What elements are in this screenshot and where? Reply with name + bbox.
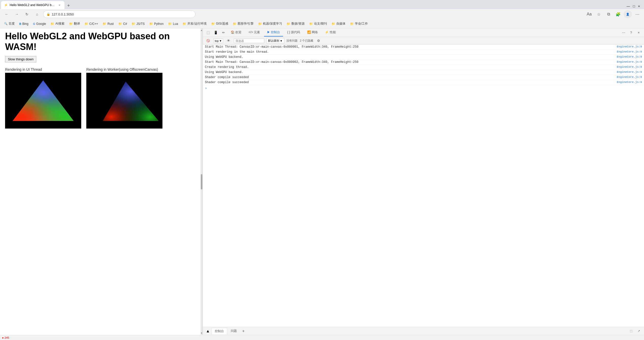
window-close-button[interactable]: × [637, 3, 641, 9]
bookmark-folder-icon: 📁 [51, 22, 54, 26]
canvas-worker-thread [86, 73, 162, 129]
browser-toolbar-right: Aa ☆ ⧉ 🧩 👤 ⋯ [585, 10, 641, 18]
bookmark-google[interactable]: G Google [31, 21, 48, 27]
console-message-0: Start Main Thread: CanvasID:xr-main-canv… [205, 45, 617, 49]
bottom-scroll-up[interactable]: ▲ [205, 328, 211, 334]
devtools-undock-button[interactable]: ↗ [635, 328, 642, 334]
console-source-2[interactable]: EngineCore.js:9 [617, 55, 642, 58]
bookmark-label: Bing [22, 22, 28, 26]
slow-things-down-button[interactable]: Slow things down [5, 56, 36, 62]
bookmark-folder-icon: 📁 [332, 22, 335, 26]
tab-favicon: ⚡ [4, 3, 8, 7]
bookmark-devenv[interactable]: 📁 开发/运行环境 [180, 21, 208, 27]
tab-console-label: 控制台 [271, 30, 280, 34]
devtools-dock-button[interactable]: ⬚ [628, 328, 634, 334]
bookmark-folder-icon: 📁 [233, 22, 237, 26]
tab-close-button[interactable]: × [57, 3, 61, 7]
tab-sources[interactable]: { } 源代码 [284, 29, 303, 37]
console-eye-button[interactable]: 👁 [225, 38, 232, 44]
welcome-icon: 🏠 [231, 30, 235, 34]
bookmark-paper[interactable]: 📁 论文/期刊 [307, 21, 329, 27]
bookmark-label: 论文/期刊 [314, 22, 327, 26]
bookmark-python[interactable]: 📁 Python [147, 21, 166, 27]
console-row-2: Using WebGPU backend. EngineCore.js:9 [203, 55, 644, 60]
devtools-close-button[interactable]: × [635, 29, 642, 36]
bottom-tab-console[interactable]: 控制台 [211, 328, 227, 334]
devtools-help-button[interactable]: ? [628, 29, 634, 36]
reader-view-button[interactable]: Aa [585, 10, 593, 18]
inspect-element-button[interactable]: ⬚ [205, 29, 211, 36]
tab-performance[interactable]: ⚡ 性能 [322, 29, 339, 37]
bookmark-label: Python [154, 22, 163, 26]
bookmark-jsts[interactable]: 📁 JS/TS [129, 21, 147, 27]
edit-mode-button[interactable]: ✏ [220, 29, 227, 36]
bookmark-lua[interactable]: 📁 Lua [166, 21, 180, 27]
bookmark-ml[interactable]: 📁 机器/深度学习 [256, 21, 284, 27]
bookmark-label: 百度 [9, 22, 15, 26]
console-source-4[interactable]: EngineCore.js:9 [617, 65, 642, 68]
bookmark-cpp[interactable]: 📁 C/C++ [82, 21, 100, 27]
canvas-block-ui-thread: Rendering in UI Thread [5, 67, 81, 129]
bottom-tab-issues-label: 问题 [231, 329, 237, 333]
devtools-more-button[interactable]: ⋯ [620, 29, 627, 36]
devtools-top-toolbar: ⬚ 📱 ✏ 🏠 欢迎 </> 元素 ▶ 控制台 { } [203, 28, 644, 37]
minimize-button[interactable]: — [626, 3, 631, 9]
bookmark-folder-icon: 📁 [118, 22, 122, 26]
bookmark-label: GIS/遥感 [216, 22, 228, 26]
bookmark-label: Google [36, 22, 46, 26]
bottom-tab-issues[interactable]: 问题 [228, 328, 240, 334]
context-selector[interactable]: top ▼ [213, 39, 223, 43]
bookmark-graphics[interactable]: 📁 图形学/引擎 [231, 21, 256, 27]
console-settings-button[interactable]: ⚙ [315, 38, 322, 44]
bookmark-gis[interactable]: 📁 GIS/遥感 [209, 21, 230, 27]
tab-elements[interactable]: </> 元素 [245, 29, 263, 37]
bookmark-media[interactable]: 📁 自媒体 [329, 21, 348, 27]
console-source-7[interactable]: EngineCore.js:9 [617, 81, 642, 84]
browser-tab[interactable]: ⚡ Hello WebGL2 and WebGPU ba... × [1, 1, 64, 9]
menu-button[interactable]: ⋯ [633, 10, 641, 18]
console-status-text: 没有问题 2 个已隐藏 [286, 39, 313, 43]
bookmark-label: 图形学/引擎 [238, 22, 254, 26]
star-button[interactable]: ☆ [595, 10, 603, 18]
tab-organizer-button[interactable]: ⧉ [604, 10, 613, 18]
console-clear-button[interactable]: 🚫 [205, 38, 211, 44]
profile-button[interactable]: 👤 [624, 10, 632, 18]
back-button[interactable]: ← [3, 10, 11, 18]
bookmark-data[interactable]: 📁 数据/资源 [285, 21, 306, 27]
bookmark-rust[interactable]: 📁 Rust [101, 21, 116, 27]
elements-icon: </> [249, 30, 253, 34]
console-source-1[interactable]: EngineCore.js:9 [617, 50, 642, 53]
device-mode-button[interactable]: 📱 [212, 29, 219, 36]
bookmark-翻译[interactable]: 📁 翻译 [67, 21, 82, 27]
refresh-button[interactable]: ↻ [23, 10, 31, 18]
maximize-button[interactable]: □ [632, 3, 636, 9]
console-input[interactable] [208, 86, 642, 90]
log-level-selector[interactable]: 默认级别 ▼ [266, 38, 284, 43]
extensions-button[interactable]: 🧩 [614, 10, 622, 18]
bookmark-bing[interactable]: B Bing [17, 21, 30, 27]
console-message-2: Using WebGPU backend. [205, 55, 617, 59]
console-source-3[interactable]: EngineCore.js:9 [617, 60, 642, 63]
tab-sources-label: 源代码 [291, 30, 300, 34]
vertical-scrollbar-divider[interactable]: ▲ ▼ [201, 28, 203, 335]
scroll-thumb[interactable] [201, 174, 202, 189]
console-source-5[interactable]: EngineCore.js:9 [617, 70, 642, 74]
bookmark-icon-google: G [33, 22, 35, 25]
console-filter-input[interactable] [234, 39, 264, 43]
address-bar[interactable]: 🔒 127.0.0.1:3050 [43, 10, 195, 18]
tab-console[interactable]: ▶ 控制台 [264, 29, 283, 37]
tab-welcome[interactable]: 🏠 欢迎 [228, 29, 244, 37]
bookmark-百度[interactable]: 🔍 百度 [2, 21, 17, 27]
bookmark-ai搜索[interactable]: 📁 AI搜索 [48, 21, 66, 27]
new-tab-button[interactable]: + [64, 2, 73, 9]
add-panel-button[interactable]: + [240, 328, 246, 334]
console-source-6[interactable]: EngineCore.js:9 [617, 76, 642, 79]
home-button[interactable]: ⌂ [33, 10, 41, 18]
tab-network[interactable]: 📶 网络 [304, 29, 321, 37]
forward-button[interactable]: → [13, 10, 21, 18]
bookmark-label: AI搜索 [55, 22, 64, 26]
bookmark-study[interactable]: 📁 学业/工作 [348, 21, 370, 27]
bookmark-folder-icon: 📁 [350, 22, 354, 26]
console-source-0[interactable]: EngineCore.js:9 [617, 45, 642, 48]
bookmark-csharp[interactable]: 📁 C# [116, 21, 129, 27]
